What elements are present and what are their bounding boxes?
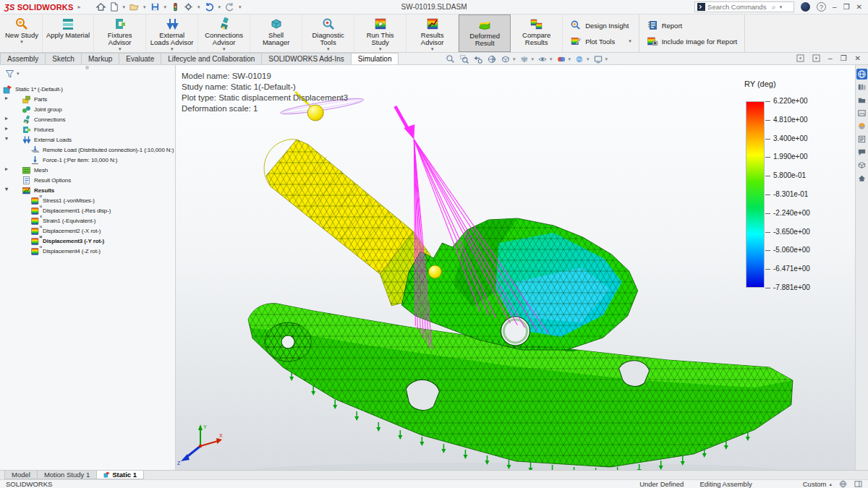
expand-arrow-icon[interactable]: ▾	[5, 186, 8, 192]
doc-tab-static-1[interactable]: Static 1	[96, 471, 144, 479]
display-style-icon[interactable]	[519, 54, 529, 64]
undo-icon[interactable]	[204, 1, 215, 12]
dropdown-caret-icon[interactable]: ▾	[164, 4, 167, 10]
status-units-selector[interactable]: Custom▴	[803, 480, 832, 488]
tree-item-joint-group[interactable]: Joint group	[0, 104, 175, 114]
ribbon-button-results-advisor[interactable]: Results Advisor▾	[407, 14, 459, 52]
appearances-icon[interactable]	[856, 121, 867, 132]
dropdown-caret-icon[interactable]: ▾	[513, 56, 516, 62]
dropdown-caret-icon[interactable]: ▾	[550, 56, 553, 62]
tree-item-connections[interactable]: ▸Connections	[0, 114, 175, 124]
ribbon-button-deformed-result[interactable]: Deformed Result	[459, 14, 511, 52]
tree-item-displacement1[interactable]: uDisplacement1 (-Res disp-)	[0, 205, 175, 215]
apply-scene-icon[interactable]	[574, 54, 584, 64]
tab-evaluate[interactable]: Evaluate	[119, 53, 161, 64]
tab-solidworks-add-ins[interactable]: SOLIDWORKS Add-Ins	[261, 53, 351, 64]
pane-left-icon[interactable]	[796, 54, 804, 62]
doc-close-icon[interactable]: ✕	[855, 54, 861, 62]
doc-restore-icon[interactable]: ❐	[841, 54, 847, 62]
doc-tab-model[interactable]: Model	[4, 471, 38, 479]
collapse-arrow-icon[interactable]: ▸	[5, 115, 8, 121]
view-settings-icon[interactable]	[593, 54, 603, 64]
dropdown-caret-icon[interactable]: ▾	[629, 38, 631, 44]
graphics-viewport[interactable]: Y X Z Model name: SW-01019 Study name: S…	[176, 65, 855, 470]
ribbon-button-apply-material[interactable]: Apply Material	[43, 14, 94, 52]
tab-sketch[interactable]: Sketch	[45, 53, 82, 64]
dropdown-caret-icon[interactable]: ▾	[239, 4, 242, 10]
redo-icon[interactable]	[224, 1, 235, 12]
edit-appearance-icon[interactable]	[556, 54, 566, 64]
collapse-arrow-icon[interactable]: ▸	[5, 166, 8, 172]
3d-content-icon[interactable]	[856, 160, 867, 171]
tree-item-mesh[interactable]: ▸Mesh	[0, 165, 175, 175]
ribbon-button-fixtures-advisor[interactable]: Fixtures Advisor▾	[94, 14, 146, 52]
ribbon-button-report[interactable]: Report	[647, 20, 738, 31]
dropdown-caret-icon[interactable]: ▾	[123, 4, 126, 10]
tab-assembly[interactable]: Assembly	[0, 53, 46, 64]
panel-splitter-handle[interactable]	[85, 66, 89, 69]
ribbon-button-design-insight[interactable]: Design Insight	[570, 20, 631, 31]
tree-item-displacement4[interactable]: uDisplacement4 (-Z rot-)	[0, 246, 175, 256]
status-web-icon[interactable]	[839, 480, 847, 488]
ribbon-button-connections-advisor[interactable]: Connections Advisor▾	[198, 14, 250, 52]
tree-item-result-options[interactable]: Result Options	[0, 175, 175, 185]
home-taskpane-icon[interactable]	[856, 173, 867, 184]
dropdown-caret-icon[interactable]: ▾	[569, 56, 571, 62]
dropdown-caret-icon[interactable]: ▾	[587, 56, 590, 62]
tree-item-results[interactable]: ▾Results	[0, 185, 175, 195]
previous-view-icon[interactable]	[473, 54, 483, 64]
hide-show-items-icon[interactable]	[537, 54, 548, 64]
view-orientation-icon[interactable]	[501, 54, 511, 64]
new-document-icon[interactable]	[109, 1, 119, 12]
tree-item-external-loads[interactable]: ▾External Loads	[0, 134, 175, 145]
ribbon-button-diagnostic-tools[interactable]: Diagnostic Tools▾	[302, 14, 354, 52]
doc-minimize-icon[interactable]: –	[828, 54, 833, 62]
solidworks-resources-icon[interactable]	[856, 69, 867, 80]
file-explorer-icon[interactable]	[856, 95, 867, 106]
save-icon[interactable]	[150, 1, 161, 12]
ribbon-button-include-image-for-report[interactable]: Include Image for Report	[647, 35, 738, 47]
dropdown-caret-icon[interactable]: ▾	[532, 56, 535, 62]
help-button[interactable]: ?	[817, 2, 826, 12]
ribbon-button-plot-tools[interactable]: Plot Tools▾	[570, 35, 631, 47]
collapse-arrow-icon[interactable]: ▸	[5, 95, 8, 101]
forum-icon[interactable]	[856, 147, 867, 158]
ribbon-button-run-this-study[interactable]: Run This Study▾	[354, 14, 407, 52]
solidworks-rx-icon[interactable]	[170, 1, 181, 12]
status-panel-icon[interactable]	[854, 480, 862, 488]
search-caret-icon[interactable]: ▾	[780, 4, 783, 10]
options-icon[interactable]	[183, 1, 194, 12]
close-button[interactable]: ✕	[856, 4, 862, 11]
tree-item-parts[interactable]: ▸Parts	[0, 94, 175, 104]
tree-item-remote-load[interactable]: Remote Load (Distributed connection)-1 (…	[0, 145, 175, 155]
collapse-arrow-icon[interactable]: ▸	[5, 125, 8, 132]
user-avatar[interactable]	[801, 2, 810, 12]
design-library-icon[interactable]	[856, 82, 867, 93]
view-palette-icon[interactable]	[856, 108, 867, 119]
open-icon[interactable]	[129, 1, 140, 12]
minimize-button[interactable]: –	[833, 4, 837, 11]
tree-item-stress1[interactable]: σStress1 (-vonMises-)	[0, 195, 175, 205]
tab-markup[interactable]: Markup	[81, 53, 119, 64]
dropdown-caret-icon[interactable]: ▾	[143, 4, 146, 10]
ribbon-button-shell-manager[interactable]: Shell Manager	[250, 14, 302, 52]
search-input[interactable]	[707, 3, 770, 11]
tree-item-static-1[interactable]: Static 1* (-Default-)	[0, 84, 175, 94]
pane-right-icon[interactable]	[812, 54, 820, 62]
tree-item-displacement2[interactable]: uDisplacement2 (-X rot-)	[0, 226, 175, 236]
ribbon-button-compare-results[interactable]: Compare Results	[511, 14, 563, 52]
custom-properties-icon[interactable]	[856, 134, 867, 145]
ribbon-button-external-loads-advisor[interactable]: External Loads Advisor▾	[146, 14, 198, 52]
filter-funnel-icon[interactable]	[5, 69, 14, 79]
tab-lifecycle-and-collaboration[interactable]: Lifecycle and Collaboration	[161, 53, 262, 64]
tree-item-displacement3[interactable]: uDisplacement3 (-Y rot-)	[0, 236, 175, 246]
home-icon[interactable]	[95, 1, 106, 12]
zoom-area-icon[interactable]	[459, 54, 469, 64]
ribbon-button-new-study[interactable]: New Study▾	[1, 14, 43, 52]
zoom-fit-icon[interactable]	[446, 54, 456, 64]
restore-button[interactable]: ❐	[843, 4, 850, 11]
dropdown-caret-icon[interactable]: ▾	[218, 4, 221, 10]
filter-caret-icon[interactable]: ▾	[17, 71, 20, 77]
tab-simulation[interactable]: Simulation	[351, 53, 399, 64]
expand-arrow-icon[interactable]: ▾	[5, 135, 8, 142]
